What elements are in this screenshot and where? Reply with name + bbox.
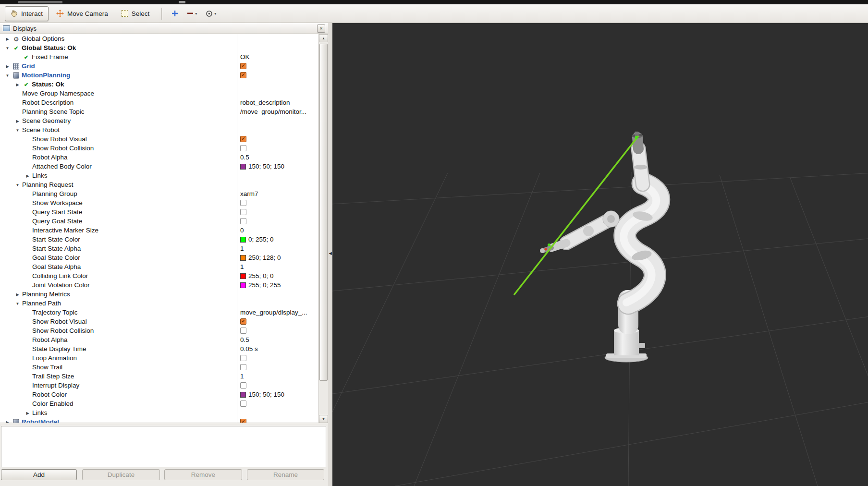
expand-arrow-icon[interactable]: ▶ [14, 82, 21, 86]
enabled-checkbox[interactable]: ✔ [240, 419, 246, 423]
enabled-checkbox[interactable] [240, 218, 246, 224]
color-swatch[interactable] [240, 273, 246, 279]
enabled-checkbox[interactable]: ✔ [240, 72, 246, 78]
remove-button[interactable]: Remove [164, 469, 242, 480]
collapse-arrow-icon[interactable]: ▼ [14, 301, 21, 305]
scroll-down-icon[interactable]: ▼ [319, 415, 328, 423]
tree-row-links[interactable]: ▶Links [0, 408, 328, 417]
property-value[interactable]: 0.5 [240, 154, 249, 161]
camera-tool-button[interactable]: ▾ [202, 7, 220, 21]
enabled-checkbox[interactable] [240, 364, 246, 370]
property-value[interactable]: 0.05 s [240, 345, 258, 352]
scrollbar-thumb[interactable] [319, 44, 328, 381]
add-button[interactable]: Add [1, 469, 77, 480]
property-value[interactable]: 150; 50; 150 [248, 163, 284, 170]
tree-row-robotmodel[interactable]: ▶RobotModel✔ [0, 417, 328, 423]
interact-tool-button[interactable]: Interact [5, 6, 49, 21]
enabled-checkbox[interactable] [240, 209, 246, 215]
enabled-checkbox[interactable] [240, 200, 246, 206]
property-value[interactable]: 1 [240, 263, 244, 270]
tree-row-start-state-color[interactable]: Start State Color0; 255; 0 [0, 235, 328, 244]
tree-row-status-ok[interactable]: ▶✔Status: Ok [0, 80, 328, 89]
property-value[interactable]: 255; 0; 255 [248, 281, 281, 289]
tree-row-motionplanning[interactable]: ▼MotionPlanning✔ [0, 71, 328, 80]
tree-row-robot-alpha[interactable]: Robot Alpha0.5 [0, 153, 328, 162]
tree-row-planning-group[interactable]: Planning Groupxarm7 [0, 189, 328, 198]
enabled-checkbox[interactable] [240, 382, 246, 389]
expand-arrow-icon[interactable]: ▶ [14, 119, 21, 123]
enabled-checkbox[interactable]: ✔ [240, 63, 246, 69]
tree-row-planning-metrics[interactable]: ▶Planning Metrics [0, 290, 328, 299]
color-swatch[interactable] [240, 237, 246, 243]
displays-panel-header[interactable]: Displays × [0, 23, 328, 34]
property-value[interactable]: move_group/display_... [240, 309, 307, 316]
tree-row-global-status-ok[interactable]: ▼✔Global Status: Ok [0, 43, 328, 52]
expand-arrow-icon[interactable]: ▶ [4, 420, 11, 423]
enabled-checkbox[interactable]: ✔ [240, 318, 246, 325]
enabled-checkbox[interactable] [240, 145, 246, 151]
tree-row-planning-scene-topic[interactable]: Planning Scene Topic/move_group/monitor.… [0, 107, 328, 116]
property-value[interactable]: 255; 0; 0 [248, 272, 274, 279]
tree-row-show-robot-collision[interactable]: Show Robot Collision [0, 144, 328, 153]
enabled-checkbox[interactable] [240, 328, 246, 334]
tree-row-attached-body-color[interactable]: Attached Body Color150; 50; 150 [0, 162, 328, 171]
expand-arrow-icon[interactable]: ▶ [4, 36, 11, 41]
tree-row-colliding-link-color[interactable]: Colliding Link Color255; 0; 0 [0, 271, 328, 280]
collapse-arrow-icon[interactable]: ▼ [14, 128, 21, 132]
duplicate-button[interactable]: Duplicate [82, 469, 160, 480]
color-swatch[interactable] [240, 282, 246, 288]
tree-row-query-goal-state[interactable]: Query Goal State [0, 217, 328, 226]
color-swatch[interactable] [240, 392, 246, 398]
tree-row-show-workspace[interactable]: Show Workspace [0, 198, 328, 207]
tree-row-interrupt-display[interactable]: Interrupt Display [0, 381, 328, 390]
tree-row-show-robot-collision[interactable]: Show Robot Collision [0, 326, 328, 335]
scroll-up-icon[interactable]: ▲ [319, 34, 328, 42]
tree-row-global-options[interactable]: ▶⚙Global Options [0, 34, 328, 43]
expand-arrow-icon[interactable]: ▶ [24, 173, 31, 178]
tree-row-grid[interactable]: ▶Grid✔ [0, 61, 328, 71]
tree-row-start-state-alpha[interactable]: Start State Alpha1 [0, 244, 328, 253]
tree-row-robot-description[interactable]: Robot Descriptionrobot_description [0, 98, 328, 107]
expand-arrow-icon[interactable]: ▶ [24, 411, 31, 415]
render-viewport[interactable] [332, 23, 868, 486]
measure-tool-button[interactable]: ▾ [183, 7, 200, 21]
tree-row-query-start-state[interactable]: Query Start State [0, 207, 328, 217]
tree-row-trail-step-size[interactable]: Trail Step Size1 [0, 372, 328, 381]
tree-row-scene-robot[interactable]: ▼Scene Robot [0, 125, 328, 134]
tree-row-scene-geometry[interactable]: ▶Scene Geometry [0, 116, 328, 125]
property-value[interactable]: robot_description [240, 99, 290, 106]
tree-row-show-trail[interactable]: Show Trail [0, 363, 328, 372]
property-value[interactable]: 0.5 [240, 336, 249, 343]
tree-row-goal-state-alpha[interactable]: Goal State Alpha1 [0, 262, 328, 271]
select-tool-button[interactable]: Select [116, 6, 156, 21]
property-value[interactable]: 1 [240, 373, 244, 380]
enabled-checkbox[interactable] [240, 401, 246, 407]
close-icon[interactable]: × [317, 24, 325, 33]
enabled-checkbox[interactable] [240, 355, 246, 361]
tree-row-show-robot-visual[interactable]: Show Robot Visual✔ [0, 317, 328, 326]
move-camera-tool-button[interactable]: Move Camera [50, 6, 114, 21]
enabled-checkbox[interactable]: ✔ [240, 136, 246, 142]
collapse-arrow-icon[interactable]: ▼ [4, 73, 11, 77]
property-value[interactable]: /move_group/monitor... [240, 108, 306, 115]
property-value[interactable]: 0; 255; 0 [248, 236, 274, 243]
tree-row-robot-alpha[interactable]: Robot Alpha0.5 [0, 335, 328, 344]
collapse-left-icon[interactable]: ◀ [328, 250, 332, 257]
tree-row-links[interactable]: ▶Links [0, 171, 328, 180]
rename-button[interactable]: Rename [247, 469, 324, 480]
tree-row-planned-path[interactable]: ▼Planned Path [0, 299, 328, 308]
tree-row-move-group-namespace[interactable]: Move Group Namespace [0, 89, 328, 98]
tree-row-loop-animation[interactable]: Loop Animation [0, 353, 328, 363]
tree-row-color-enabled[interactable]: Color Enabled [0, 399, 328, 408]
tree-row-show-robot-visual[interactable]: Show Robot Visual✔ [0, 134, 328, 144]
collapse-arrow-icon[interactable]: ▼ [4, 46, 11, 50]
property-value[interactable]: 150; 50; 150 [248, 391, 284, 398]
tree-row-joint-violation-color[interactable]: Joint Violation Color255; 0; 255 [0, 280, 328, 290]
expand-arrow-icon[interactable]: ▶ [14, 292, 21, 296]
tree-row-state-display-time[interactable]: State Display Time0.05 s [0, 344, 328, 353]
property-value[interactable]: 0 [240, 227, 244, 234]
collapse-arrow-icon[interactable]: ▼ [14, 182, 21, 187]
add-tool-button[interactable] [168, 7, 182, 21]
tree-row-goal-state-color[interactable]: Goal State Color250; 128; 0 [0, 253, 328, 262]
tree-scrollbar[interactable]: ▲ ▼ [318, 34, 328, 423]
